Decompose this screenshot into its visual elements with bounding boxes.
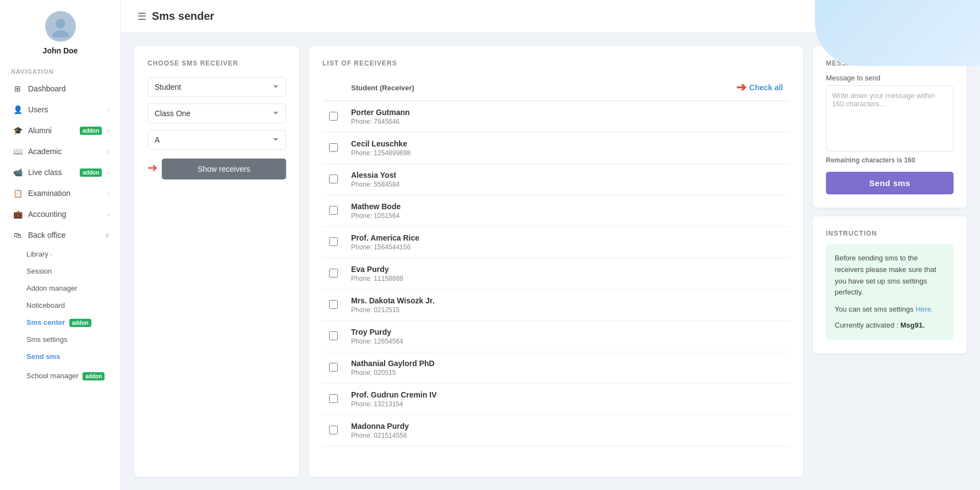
remaining-count: 160 xyxy=(904,156,915,164)
receiver-name: Eva Purdy xyxy=(351,265,783,274)
receiver-name: Prof. America Rice xyxy=(351,233,783,242)
table-row: Prof. America Rice Phone: 1564544156 xyxy=(322,227,790,258)
chevron-right-icon: › xyxy=(107,148,110,155)
receiver-phone: Phone: 1254899898 xyxy=(351,149,783,157)
main-content: ☰ Sms sender CHOOSE SMS RECEIVER Student… xyxy=(121,0,980,490)
check-all-link[interactable]: Check all xyxy=(749,83,783,92)
show-receivers-arrow: ➔ xyxy=(147,161,157,175)
receivers-panel: LIST OF RECEIVERS Student (Receiver) ➔ C… xyxy=(309,46,803,477)
column-header-student: Student (Receiver) ➔ Check all xyxy=(344,75,790,101)
receiver-checkbox[interactable] xyxy=(329,237,338,246)
table-row: Prof. Gudrun Cremin IV Phone: 13213154 xyxy=(322,384,790,415)
receiver-name: Porter Gutmann xyxy=(351,108,783,117)
addon-badge: addon xyxy=(83,372,105,380)
receiver-phone: Phone: 13213154 xyxy=(351,400,783,408)
receiver-checkbox[interactable] xyxy=(329,300,338,309)
chevron-down-icon: ∨ xyxy=(105,232,110,239)
receiver-checkbox[interactable] xyxy=(329,175,338,183)
shopping-icon: 🛍 xyxy=(13,230,23,240)
clipboard-icon: 📋 xyxy=(13,188,23,198)
show-receivers-button[interactable]: Show receivers xyxy=(162,159,286,179)
addon-badge: addon xyxy=(80,127,102,135)
sidebar-item-liveclass[interactable]: 📹 Live class addon › xyxy=(0,162,121,183)
table-row: Eva Purdy Phone: 11158888 xyxy=(322,258,790,290)
receiver-checkbox[interactable] xyxy=(329,331,338,340)
person-icon: 👤 xyxy=(13,105,23,115)
section-select[interactable]: A B C xyxy=(147,130,286,150)
sidebar-item-label: Users xyxy=(28,105,102,114)
chevron-right-icon: › xyxy=(107,106,110,113)
sidebar-subitem-session[interactable]: Session xyxy=(0,263,121,280)
chevron-right-icon: › xyxy=(107,190,110,197)
addon-badge: addon xyxy=(80,168,102,177)
chevron-right-icon: › xyxy=(107,211,110,217)
chevron-right-icon: › xyxy=(107,169,110,176)
message-heading: MESSAGE xyxy=(826,59,954,67)
sidebar-item-accounting[interactable]: 💼 Accounting › xyxy=(0,204,121,225)
receiver-checkbox[interactable] xyxy=(329,112,338,121)
receiver-name: Troy Purdy xyxy=(351,328,783,336)
sidebar-item-examination[interactable]: 📋 Examination › xyxy=(0,183,121,204)
receiver-phone: Phone: 1564544156 xyxy=(351,243,783,251)
table-row: Mathew Bode Phone: 1051564 xyxy=(322,195,790,227)
receiver-checkbox[interactable] xyxy=(329,143,338,152)
receiver-phone: Phone: 021514558 xyxy=(351,432,783,439)
sidebar-item-label: Accounting xyxy=(28,210,102,219)
receiver-phone: Phone: 12654564 xyxy=(351,337,783,345)
receiver-checkbox[interactable] xyxy=(329,363,338,372)
sidebar-item-dashboard[interactable]: ⊞ Dashboard xyxy=(0,78,121,99)
nav-label: NAVIGATION xyxy=(0,65,121,78)
receiver-checkbox[interactable] xyxy=(329,206,338,215)
receiver-name: Mathew Bode xyxy=(351,202,783,211)
sidebar-subitem-noticeboard[interactable]: Noticeboard xyxy=(0,297,121,314)
receiver-phone: Phone: 0212515 xyxy=(351,306,783,314)
message-to-send-label: Message to send xyxy=(826,74,954,82)
receiver-checkbox[interactable] xyxy=(329,269,338,277)
table-row: Nathanial Gaylord PhD Phone: 020515 xyxy=(322,352,790,384)
table-row: Cecil Leuschke Phone: 1254899898 xyxy=(322,133,790,164)
receiver-name: Cecil Leuschke xyxy=(351,139,783,148)
instruction-box: Before sending sms to the receivers plea… xyxy=(826,244,954,340)
addon-badge: addon xyxy=(69,319,91,327)
sidebar-item-label: Academic xyxy=(28,147,102,156)
instruction-here-link[interactable]: Here. xyxy=(916,305,933,313)
receiver-checkbox[interactable] xyxy=(329,426,338,434)
sidebar-subitem-sms-settings[interactable]: Sms settings xyxy=(0,331,121,348)
class-select[interactable]: Class One Class Two Class Three xyxy=(147,104,286,123)
receivers-table: Student (Receiver) ➔ Check all Porter Gu… xyxy=(322,75,790,447)
sidebar-subitem-send-sms[interactable]: Send sms xyxy=(0,348,121,365)
page-title: Sms sender xyxy=(152,10,214,23)
menu-icon: ☰ xyxy=(138,10,146,23)
instruction-panel: INSTRUCTION Before sending sms to the re… xyxy=(813,216,967,353)
sidebar-item-backoffice[interactable]: 🛍 Back office ∨ xyxy=(0,225,121,246)
remaining-chars: Remaining characters is 160 xyxy=(826,156,954,164)
receiver-type-select[interactable]: Student Teacher Parent xyxy=(147,77,286,97)
sidebar-subitem-school-manager[interactable]: School manager addon xyxy=(0,367,121,384)
sidebar-item-academic[interactable]: 📖 Academic › xyxy=(0,141,121,162)
receiver-name: Mrs. Dakota Wisozk Jr. xyxy=(351,296,783,305)
svg-point-1 xyxy=(52,30,69,37)
sidebar-subitem-library[interactable]: Library › xyxy=(0,246,121,263)
check-all-arrow: ➔ xyxy=(736,80,746,95)
receiver-checkbox[interactable] xyxy=(329,394,338,403)
message-section: MESSAGE Message to send Remaining charac… xyxy=(813,46,967,208)
choose-panel-heading: CHOOSE SMS RECEIVER xyxy=(147,59,286,67)
send-sms-button[interactable]: Send sms xyxy=(826,172,954,194)
message-textarea[interactable] xyxy=(826,85,954,151)
receiver-name: Madonna Purdy xyxy=(351,422,783,431)
receivers-heading: LIST OF RECEIVERS xyxy=(322,59,397,67)
sidebar-subitem-addon-manager[interactable]: Addon manager xyxy=(0,280,121,297)
content-area: CHOOSE SMS RECEIVER Student Teacher Pare… xyxy=(121,33,980,490)
sidebar-item-label: Dashboard xyxy=(28,84,110,93)
sidebar-subitem-sms-center[interactable]: Sms center addon xyxy=(0,314,121,331)
page-header: ☰ Sms sender xyxy=(121,0,980,33)
receiver-name: Nathanial Gaylord PhD xyxy=(351,359,783,368)
sidebar-item-label: Back office xyxy=(28,231,100,239)
table-row: Alessia Yost Phone: 5584584 xyxy=(322,164,790,195)
sidebar-item-label: Alumni xyxy=(28,126,72,135)
table-row: Madonna Purdy Phone: 021514558 xyxy=(322,415,790,447)
sidebar-item-users[interactable]: 👤 Users › xyxy=(0,99,121,120)
sidebar-item-alumni[interactable]: 🎓 Alumni addon › xyxy=(0,120,121,141)
avatar xyxy=(45,11,76,42)
receiver-phone: Phone: 11158888 xyxy=(351,275,783,282)
